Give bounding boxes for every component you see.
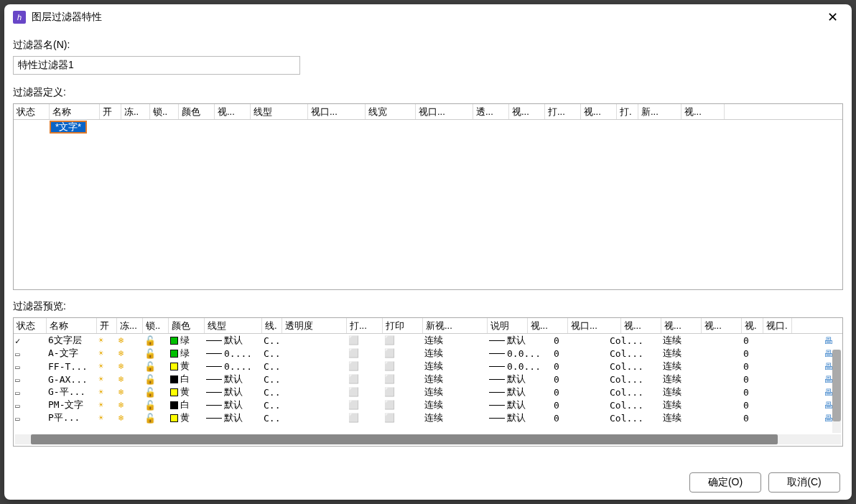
prev-col-header[interactable]: 视... (661, 318, 702, 333)
table-row[interactable]: P平...☀❄🔓黄 默认C...⬜⬜连续 默认0Col...连续0🖶黄⬜ (14, 411, 842, 424)
newvp-cell: 默认 (488, 334, 552, 347)
prev-col-header[interactable]: 状态 (14, 318, 47, 333)
def-col-header[interactable]: 打... (545, 104, 581, 119)
prev-col-header[interactable]: 打印 (383, 318, 423, 333)
desc-cell: 0 (552, 400, 568, 411)
def-col-header[interactable]: 线宽 (366, 104, 416, 119)
prev-col-header[interactable]: 线. (262, 318, 282, 333)
def-col-header[interactable]: 视... (681, 104, 725, 119)
prev-col-header[interactable]: 新视... (423, 318, 488, 333)
lcol-cell: C... (262, 374, 282, 385)
ok-button[interactable]: 确定(O) (689, 472, 761, 493)
prev-col-header[interactable]: 透明度 (282, 318, 347, 333)
def-col-header[interactable]: 开 (100, 104, 121, 119)
snowflake-icon: ❄ (118, 387, 124, 397)
prev-col-header[interactable]: 视. (742, 318, 763, 333)
def-col-header[interactable]: 颜色 (179, 104, 215, 119)
viewport-icon: ⬜ (348, 387, 359, 397)
table-row[interactable]: G-平...☀❄🔓黄 默认C...⬜⬜连续 默认0Col...连续0🖶黄⬜ (14, 386, 842, 398)
hscroll-thumb[interactable] (31, 434, 778, 444)
def-col-header[interactable]: 视口... (416, 104, 473, 119)
prev-col-header[interactable]: 视口... (568, 318, 621, 333)
vcol2-cell: Col... (608, 387, 661, 398)
vp1-cell: ⬜ (347, 387, 383, 397)
def-col-header[interactable]: 新... (638, 104, 681, 119)
on-cell: ☀ (97, 387, 117, 397)
table-row[interactable]: FF-T...☀❄🔓黄 0....C...⬜⬜连续 0.0...0Col...连… (14, 360, 842, 373)
def-col-header[interactable]: 线型 (251, 104, 308, 119)
preview-vscrollbar[interactable] (832, 350, 841, 433)
prev-col-header[interactable]: 视... (621, 318, 661, 333)
def-col-header[interactable]: 冻.. (121, 104, 150, 119)
newvp-cell: 默认 (488, 398, 552, 411)
def-col-header[interactable]: 视... (215, 104, 251, 119)
freeze-cell: ❄ (117, 413, 143, 423)
prev-col-header[interactable]: 视... (702, 318, 742, 333)
dialog-footer: 确定(O) 取消(C) (4, 465, 852, 500)
preview-header: 状态名称开冻...锁..颜色线型线.透明度打...打印新视...说明视...视口… (14, 318, 842, 334)
lock-icon: 🔓 (144, 348, 156, 359)
name-cell: PM-文字 (47, 398, 97, 411)
sun-icon: ☀ (98, 335, 103, 345)
sun-icon: ☀ (98, 348, 103, 358)
linetype-cell: 0.... (205, 348, 262, 359)
filter-def-header: 状态名称开冻..锁..颜色视...线型视口...线宽视口...透...视...打… (14, 104, 842, 120)
prev-col-header[interactable]: 打... (347, 318, 383, 333)
def-col-header[interactable]: 状态 (14, 104, 50, 119)
table-row[interactable]: G-AX...☀❄🔓白 默认C...⬜⬜连续 默认0Col...连续0🖶白⬜ (14, 373, 842, 386)
vp2-cell: ⬜ (383, 348, 423, 358)
vp2-cell: ⬜ (383, 361, 423, 371)
status-cell (14, 400, 47, 411)
preview-hscrollbar[interactable] (15, 434, 841, 444)
lcol-cell: C... (262, 348, 282, 359)
cancel-button[interactable]: 取消(C) (768, 472, 840, 493)
status-cell (14, 335, 47, 346)
close-button[interactable]: ✕ (822, 9, 843, 26)
vcol5-cell: 0 (742, 361, 782, 372)
prev-col-header[interactable]: 颜色 (169, 318, 205, 333)
line-icon (489, 340, 505, 341)
def-col-header[interactable]: 名称 (50, 104, 100, 119)
sun-icon: ☀ (98, 413, 103, 423)
vscroll-thumb[interactable] (832, 350, 841, 421)
lock-icon: 🔓 (144, 413, 156, 424)
line-icon (489, 353, 505, 354)
vp2-cell: ⬜ (383, 374, 423, 384)
prev-col-header[interactable]: 冻... (117, 318, 143, 333)
prev-col-header[interactable]: 说明 (488, 318, 528, 333)
def-col-header[interactable]: 视口... (308, 104, 366, 119)
preview-body: 6文字层☀❄🔓绿 默认C...⬜⬜连续 默认0Col...连续0🖶绿⬜A-文字☀… (14, 334, 842, 433)
viewport-icon: ⬜ (384, 387, 395, 397)
def-col-header[interactable]: 打. (617, 104, 638, 119)
titlebar: h 图层过滤器特性 ✕ (4, 4, 852, 30)
line-icon (206, 379, 222, 380)
snowflake-icon: ❄ (118, 400, 124, 410)
lock-cell: 🔓 (143, 387, 169, 398)
def-col-header[interactable]: 锁.. (150, 104, 179, 119)
filter-name-pattern[interactable]: *文字* (50, 121, 87, 134)
def-col-header[interactable]: 透... (473, 104, 509, 119)
print-cell: 连续 (423, 386, 488, 398)
filter-def-row[interactable]: *文字* (14, 120, 842, 134)
prev-col-header[interactable]: 线型 (205, 318, 262, 333)
def-col-header[interactable]: 视... (581, 104, 617, 119)
filter-name-input[interactable] (13, 56, 300, 75)
table-row[interactable]: 6文字层☀❄🔓绿 默认C...⬜⬜连续 默认0Col...连续0🖶绿⬜ (14, 334, 842, 347)
prev-col-header[interactable]: 视口. (763, 318, 792, 333)
layer-icon (15, 374, 20, 385)
table-row[interactable]: PM-文字☀❄🔓白 默认C...⬜⬜连续 默认0Col...连续0🖶白⬜ (14, 398, 842, 411)
vp2-cell: ⬜ (383, 413, 423, 423)
vp1-cell: ⬜ (347, 335, 383, 345)
layer-icon (15, 413, 20, 424)
vcol3-cell: 连续 (661, 360, 702, 373)
def-col-header[interactable]: 视... (509, 104, 545, 119)
layer-icon (15, 361, 20, 372)
prev-col-header[interactable]: 开 (97, 318, 117, 333)
prev-col-header[interactable]: 名称 (47, 318, 97, 333)
prev-col-header[interactable]: 视... (528, 318, 568, 333)
name-cell: G-平... (47, 386, 97, 398)
line-icon (206, 405, 222, 406)
snowflake-icon: ❄ (118, 348, 124, 358)
prev-col-header[interactable]: 锁.. (143, 318, 169, 333)
table-row[interactable]: A-文字☀❄🔓绿 0....C...⬜⬜连续 0.0...0Col...连续0🖶… (14, 347, 842, 360)
